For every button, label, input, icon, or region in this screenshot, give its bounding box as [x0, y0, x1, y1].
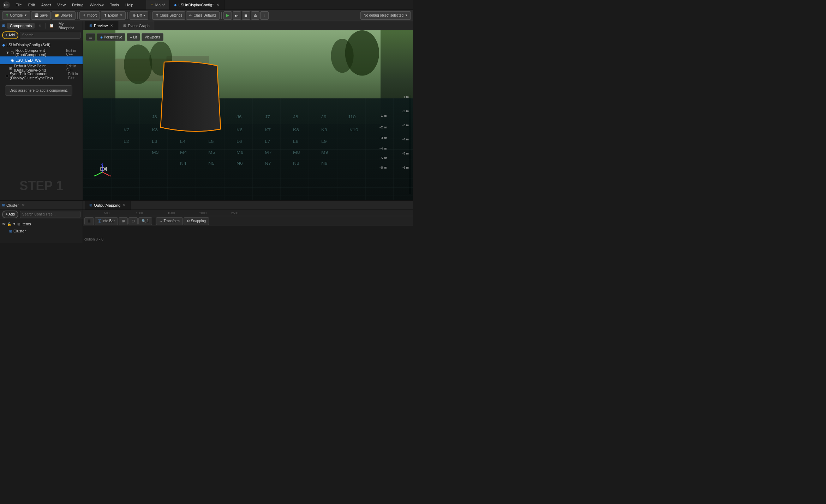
save-button[interactable]: 💾 Save — [31, 11, 51, 20]
import-icon: ⬇ — [83, 13, 85, 17]
eject-button[interactable]: ⏏ — [251, 11, 259, 20]
menu-debug[interactable]: Debug — [71, 2, 85, 8]
browse-label: Browse — [60, 13, 72, 17]
svg-text:M8: M8 — [293, 151, 300, 155]
svg-text:L9: L9 — [321, 140, 327, 144]
diff-button[interactable]: ⊕ Diff ▾ — [130, 11, 148, 20]
compile-label: Compile — [10, 13, 23, 17]
export-button[interactable]: ⬆ Export ▼ — [101, 11, 126, 20]
perspective-button[interactable]: ◈ Perspective — [97, 33, 125, 41]
grid-overlay-button[interactable]: ⊞ — [119, 217, 128, 225]
comp-sync-edit[interactable]: Edit in C++ — [68, 72, 80, 80]
info-bar-button[interactable]: ⓘ Info Bar — [95, 217, 118, 225]
cluster-items-label: Items — [22, 222, 31, 226]
zoom-button[interactable]: 🔍 1 — [138, 217, 152, 225]
menu-asset[interactable]: Asset — [40, 2, 53, 8]
cluster-search-input[interactable] — [20, 211, 80, 218]
step-button[interactable]: ⏭ — [233, 11, 241, 20]
comp-item-sync-tick[interactable]: ⊞ Sync Tick Component (DisplayClusterSyn… — [0, 72, 83, 80]
cluster-item-items[interactable]: 👁 🔒 ▼ ⊞ Items — [2, 220, 80, 227]
output-mapping-close[interactable]: ✕ — [122, 203, 126, 207]
snapping-button[interactable]: ⚙ Snapping — [184, 217, 209, 225]
cluster-add-button[interactable]: + Add — [2, 211, 18, 218]
ruler-mark-1000: 1000 — [136, 211, 143, 215]
viewports-button[interactable]: Viewports — [142, 33, 163, 41]
perspective-label: Perspective — [104, 35, 122, 39]
menu-window[interactable]: Window — [88, 2, 105, 8]
class-settings-button[interactable]: ⚙ Class Settings — [152, 11, 186, 20]
components-tab-close[interactable]: ✕ — [37, 23, 42, 28]
drop-zone: Drop asset here to add a component. — [0, 80, 83, 101]
tab-main[interactable]: ⚠ Main* — [146, 0, 170, 10]
save-icon: 💾 — [34, 13, 38, 17]
comp-item-root[interactable]: ▼ ⬡ Root Component (RootComponent) Edit … — [0, 49, 83, 56]
config-tab-close[interactable]: ✕ — [216, 3, 220, 7]
comp-root-edit[interactable]: Edit in C++ — [66, 49, 80, 56]
tab-preview[interactable]: ⊞ Preview ✕ — [85, 21, 118, 30]
comp-led-label: LSU_LED_Wall — [16, 58, 42, 62]
my-blueprint-tab[interactable]: My Blueprint — [56, 21, 80, 31]
output-menu-button[interactable]: ☰ — [84, 217, 94, 225]
cluster-items-icon: ⊞ — [17, 222, 20, 226]
comp-item-self[interactable]: ◆ LSUnDisplayConfig (Self) — [0, 41, 83, 49]
viewport-menu-button[interactable]: ☰ — [86, 33, 95, 41]
svg-text:J10: J10 — [348, 115, 356, 119]
cluster-tree: 👁 🔒 ▼ ⊞ Items ⊞ Cluster — [0, 219, 83, 236]
stop-button[interactable]: ⏹ — [242, 11, 250, 20]
transform-button[interactable]: ↔ Transform — [156, 217, 183, 225]
svg-text:-4 m: -4 m — [379, 147, 387, 150]
components-tab[interactable]: Components — [7, 23, 35, 29]
main-toolbar: ⚙ Compile ▼ 💾 Save 📁 Browse ⬇ Import ⬆ E… — [0, 10, 413, 21]
menu-tools[interactable]: Tools — [108, 2, 120, 8]
cluster-panel-header: ⊞ Cluster ✕ — [0, 201, 83, 210]
browse-button[interactable]: 📁 Browse — [52, 11, 75, 20]
more-play-button[interactable]: ⋮ — [260, 11, 269, 20]
cluster-lock-icon: 🔒 — [7, 222, 11, 226]
svg-text:J9: J9 — [321, 115, 327, 119]
3d-viewport[interactable]: J3J4J5 J6J7J8 J9J10 K2K3K4 K5K6K7 K8K9K1… — [83, 30, 413, 200]
comp-item-viewpoint[interactable]: ◉ Default View Point (DefaultViewPoint) … — [0, 64, 83, 72]
config-tab-label: LSUnDisplayConfig* — [179, 3, 214, 7]
cluster-tab-label: Cluster — [6, 203, 19, 207]
preview-tab-close[interactable]: ✕ — [109, 24, 114, 28]
save-label: Save — [40, 13, 48, 17]
blueprint-panel-icon: 📋 — [49, 24, 54, 28]
lit-button[interactable]: ● Lit — [127, 33, 140, 41]
svg-text:J7: J7 — [265, 115, 270, 119]
comp-item-led-wall[interactable]: ◉ LSU_LED_Wall — [0, 56, 83, 64]
ruler-mark-500: 500 — [104, 211, 109, 215]
compile-button[interactable]: ⚙ Compile ▼ — [2, 11, 30, 20]
debug-dropdown[interactable]: No debug object selected ▼ — [360, 11, 411, 20]
fit-view-button[interactable]: ⊡ — [128, 217, 138, 225]
menu-file[interactable]: File — [14, 2, 23, 8]
cluster-item-cluster[interactable]: ⊞ Cluster — [2, 227, 80, 235]
tab-lsun-display-config[interactable]: ◆ LSUnDisplayConfig* ✕ — [170, 0, 225, 10]
debug-dropdown-label: No debug object selected — [364, 13, 403, 17]
ue-logo: UE — [3, 1, 10, 8]
document-tabs: ⚠ Main* ◆ LSUnDisplayConfig* ✕ — [146, 0, 410, 10]
play-button[interactable]: ▶ — [223, 11, 232, 20]
cluster-cluster-label: Cluster — [13, 229, 26, 233]
menu-edit[interactable]: Edit — [27, 2, 36, 8]
component-search-input[interactable] — [20, 32, 80, 39]
svg-point-3 — [124, 44, 152, 84]
cluster-tab-close[interactable]: ✕ — [21, 203, 26, 208]
viewports-label: Viewports — [145, 35, 160, 39]
import-button[interactable]: ⬇ Import — [79, 11, 100, 20]
comp-root-label: Root Component (RootComponent) — [16, 48, 66, 57]
event-graph-label: Event Graph — [128, 24, 150, 28]
comp-led-icon: ◉ — [11, 58, 14, 63]
output-menu-icon: ☰ — [88, 219, 91, 223]
tab-output-mapping[interactable]: ⊞ OutputMapping ✕ — [85, 201, 131, 210]
add-component-button[interactable]: + Add — [2, 31, 18, 39]
svg-text:J8: J8 — [293, 115, 298, 119]
class-defaults-button[interactable]: ✏ Class Defaults — [186, 11, 219, 20]
menu-view[interactable]: View — [56, 2, 67, 8]
output-mapping-canvas[interactable]: olution 0 x 0 — [83, 226, 413, 243]
ruler-mark-2000: 2000 — [199, 211, 206, 215]
menu-help[interactable]: Help — [124, 2, 135, 8]
toolbar-sep-3 — [150, 12, 150, 19]
comp-vp-edit[interactable]: Edit in C++ — [66, 64, 80, 72]
led-wall-svg — [150, 59, 228, 143]
tab-event-graph[interactable]: ⊞ Event Graph — [119, 21, 154, 30]
